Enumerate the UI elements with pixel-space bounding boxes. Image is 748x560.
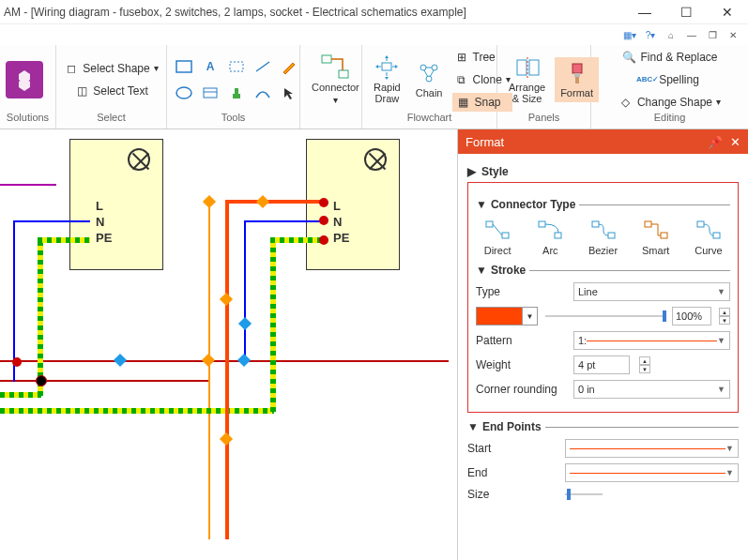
arc-icon: [537, 219, 563, 241]
pencil-tool-icon[interactable]: [278, 55, 300, 78]
color-dropdown-icon[interactable]: ▼: [523, 307, 538, 325]
svg-point-11: [432, 65, 437, 70]
rapid-draw-icon: [374, 55, 400, 80]
select-text-button[interactable]: ◫Select Text: [72, 82, 149, 100]
start-label: Start: [467, 442, 557, 455]
size-slider[interactable]: [565, 493, 603, 495]
format-panel-body[interactable]: ▶Style ▼Connector Type Direct Arc Bezier…: [458, 154, 748, 560]
opacity-value[interactable]: 100%: [672, 307, 711, 325]
opacity-up-icon[interactable]: ▲: [719, 308, 730, 316]
rectangle-tool-icon[interactable]: [173, 55, 195, 78]
style-section-toggle[interactable]: ▶Style: [467, 165, 739, 178]
svg-rect-29: [713, 233, 720, 238]
lamp-2-labels: LNPE: [333, 199, 349, 247]
weight-input[interactable]: 4 pt: [573, 356, 630, 374]
arc-tool-icon[interactable]: [252, 82, 274, 104]
pattern-dropdown[interactable]: 1:▼: [573, 331, 730, 350]
home-icon[interactable]: ⌂: [664, 28, 679, 41]
start-endpoint-dropdown[interactable]: ▼: [565, 439, 739, 458]
text-tool-icon[interactable]: A: [199, 55, 221, 78]
type-label: Type: [476, 285, 566, 298]
minimize-button[interactable]: —: [624, 0, 665, 24]
close-doc-icon[interactable]: ✕: [725, 28, 740, 41]
stroke-type-dropdown[interactable]: Line▼: [573, 282, 730, 301]
expand-arrow-icon: ▼: [467, 420, 479, 433]
weight-down-icon[interactable]: ▼: [639, 365, 650, 373]
region-tool-icon[interactable]: [199, 82, 221, 104]
stroke-color-swatch[interactable]: [476, 307, 523, 325]
snap-icon: ▦: [456, 95, 471, 110]
connector-tool-icon[interactable]: [252, 55, 274, 78]
highlighted-section: ▼Connector Type Direct Arc Bezier Smart …: [467, 182, 739, 413]
svg-rect-27: [661, 233, 667, 238]
connector-direct-button[interactable]: Direct: [476, 219, 519, 256]
opacity-slider[interactable]: [545, 315, 666, 317]
stamp-tool-icon[interactable]: [225, 82, 248, 104]
tree-icon: ⊞: [454, 50, 469, 65]
find-replace-button[interactable]: 🔍Find & Replace: [619, 48, 719, 67]
restore-doc-icon[interactable]: ❐: [705, 28, 720, 41]
canvas[interactable]: LNPE LNPE: [0, 129, 457, 560]
select-shape-button[interactable]: ◻Select Shape ▾: [62, 59, 160, 78]
terminal-pe-icon: [319, 235, 328, 245]
corner-label: Corner rounding: [476, 383, 566, 396]
svg-rect-5: [233, 94, 240, 98]
help-icon[interactable]: ?▾: [643, 28, 658, 41]
lamp-1-symbol-icon: [128, 148, 150, 171]
ribbon-group-flowchart: Flowchart: [368, 112, 491, 127]
change-shape-button[interactable]: ◇Change Shape ▾: [617, 93, 723, 112]
connector-button[interactable]: Connector▾: [306, 50, 365, 109]
connector-type-section[interactable]: ▼Connector Type: [476, 198, 730, 211]
app-logo-icon[interactable]: [6, 61, 43, 98]
svg-point-10: [420, 65, 426, 70]
maximize-button[interactable]: ☐: [665, 0, 707, 24]
svg-rect-18: [575, 77, 579, 83]
svg-rect-1: [230, 62, 243, 71]
expand-arrow-icon: ▼: [476, 198, 487, 211]
connector-bezier-button[interactable]: Bezier: [581, 219, 624, 256]
spelling-button[interactable]: ABC✓Spelling: [638, 70, 701, 89]
terminal-n-icon: [319, 216, 328, 225]
chain-icon: [417, 61, 441, 85]
line-tool-icon[interactable]: [225, 55, 248, 78]
secondary-toolbar: ▦▾ ?▾ ⌂ — ❐ ✕: [0, 24, 748, 45]
pin-icon[interactable]: 📌: [708, 135, 723, 149]
connector-smart-button[interactable]: Smart: [634, 219, 678, 256]
opacity-down-icon[interactable]: ▼: [719, 316, 730, 325]
find-icon: 🔍: [621, 50, 636, 65]
close-button[interactable]: ✕: [707, 0, 748, 24]
ribbon-group-tools: Tools: [173, 112, 294, 127]
arrange-size-button[interactable]: Arrange & Size: [503, 52, 551, 108]
minimize-doc-icon[interactable]: —: [684, 28, 699, 41]
connector-arc-button[interactable]: Arc: [528, 219, 572, 256]
svg-point-12: [426, 76, 432, 82]
close-panel-icon[interactable]: ✕: [730, 135, 740, 149]
stroke-section[interactable]: ▼Stroke: [476, 264, 730, 277]
svg-rect-6: [235, 88, 238, 94]
lamp-2-symbol-icon: [364, 148, 387, 171]
corner-rounding-dropdown[interactable]: 0 in▼: [573, 380, 730, 399]
spelling-icon: ABC✓: [640, 72, 655, 87]
svg-rect-19: [486, 221, 493, 227]
svg-rect-14: [529, 60, 539, 75]
endpoints-section[interactable]: ▼End Points: [467, 420, 739, 433]
svg-rect-23: [555, 233, 561, 238]
svg-rect-25: [608, 233, 615, 238]
rapid-draw-button[interactable]: Rapid Draw: [368, 52, 406, 108]
pointer-tool-icon[interactable]: [278, 82, 300, 104]
ellipse-tool-icon[interactable]: [173, 82, 195, 104]
layout-icon[interactable]: ▦▾: [622, 28, 637, 41]
end-endpoint-dropdown[interactable]: ▼: [565, 463, 739, 482]
svg-rect-17: [574, 73, 580, 77]
weight-up-icon[interactable]: ▲: [639, 356, 650, 365]
svg-rect-16: [572, 64, 582, 73]
svg-rect-7: [322, 55, 331, 63]
connector-curve-button[interactable]: Curve: [687, 219, 730, 256]
paintbrush-icon: [565, 61, 589, 85]
connector-icon: [320, 53, 350, 80]
smart-icon: [643, 219, 669, 241]
solutions-label: Solutions: [6, 112, 50, 127]
size-label: Size: [467, 488, 557, 501]
chain-button[interactable]: Chain: [410, 57, 449, 102]
svg-line-21: [493, 224, 502, 235]
